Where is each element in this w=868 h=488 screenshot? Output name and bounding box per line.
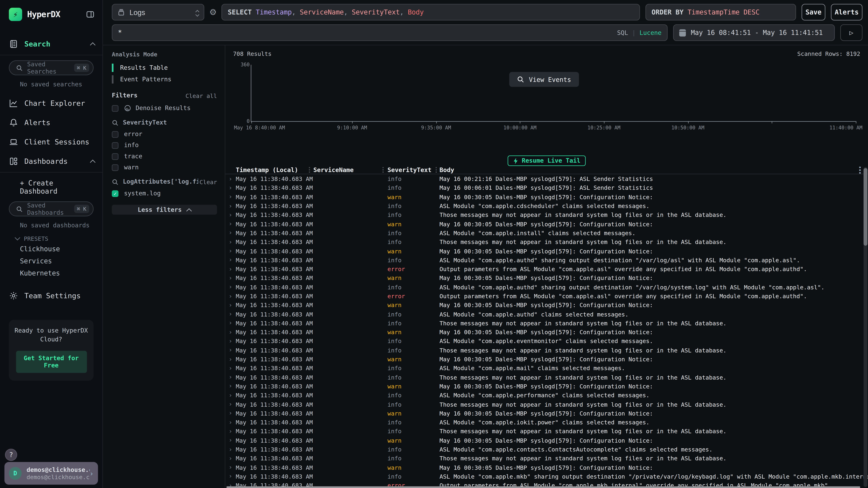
table-row[interactable]: › May 16 11:38:40.683 AM warn May 16 00:… [225, 300, 868, 310]
table-row[interactable]: › May 16 11:38:40.683 AM warn May 16 00:… [225, 463, 868, 472]
checkbox[interactable] [112, 164, 119, 171]
sidebar-item-team-settings[interactable]: Team Settings [0, 286, 102, 305]
expand-chevron-icon[interactable]: › [228, 238, 232, 246]
lucene-toggle[interactable]: Lucene [640, 29, 661, 36]
table-row[interactable]: › May 16 11:38:40.683 AM info ASL Module… [225, 364, 868, 373]
preset-item[interactable]: Services [0, 255, 102, 267]
table-row[interactable]: › May 16 11:38:40.683 AM info ASL Module… [225, 310, 868, 319]
clear-all-button[interactable]: Clear all [186, 92, 217, 99]
expand-chevron-icon[interactable]: › [228, 410, 232, 417]
table-row[interactable]: › May 16 11:38:40.683 AM info Those mess… [225, 210, 868, 220]
severity-filter-option[interactable]: error [112, 130, 217, 138]
column-header-severitytext[interactable]: SeverityText [388, 166, 431, 173]
save-button[interactable]: Save [802, 4, 826, 21]
expand-chevron-icon[interactable]: › [228, 229, 232, 236]
expand-chevron-icon[interactable]: › [228, 392, 232, 399]
search-icon[interactable] [112, 178, 119, 185]
sidebar-item-dashboards[interactable]: Dashboards [0, 152, 102, 171]
column-separator[interactable] [436, 167, 437, 173]
severity-filter-option[interactable]: warn [112, 164, 217, 171]
column-separator[interactable] [309, 167, 310, 173]
expand-chevron-icon[interactable]: › [228, 347, 232, 354]
user-menu[interactable]: D demos@clickhouse.com demos@clickhouse.… [4, 462, 98, 485]
table-row[interactable]: › May 16 11:38:40.683 AM info ASL Module… [225, 255, 868, 264]
table-row[interactable]: › May 16 11:38:40.683 AM info ASL Module… [225, 445, 868, 454]
collapse-sidebar-icon[interactable] [86, 10, 95, 19]
vertical-scrollbar[interactable] [864, 167, 867, 487]
help-button[interactable]: ? [5, 449, 17, 461]
expand-chevron-icon[interactable]: › [228, 446, 232, 453]
column-header-timestamp[interactable]: Timestamp (Local) [236, 166, 298, 173]
expand-chevron-icon[interactable]: › [228, 283, 232, 291]
saved-searches-input[interactable]: Saved Searches ⌘ K [9, 60, 93, 75]
language-toggle[interactable]: SQL | Lucene [617, 29, 661, 36]
resume-live-tail-button[interactable]: Resume Live Tail [507, 156, 586, 166]
create-dashboard-button[interactable]: + Create Dashboard [0, 174, 102, 200]
table-row[interactable]: › May 16 11:38:40.683 AM info Those mess… [225, 427, 868, 436]
expand-chevron-icon[interactable]: › [228, 202, 232, 209]
preset-item[interactable]: Clickhouse [0, 243, 102, 255]
table-row[interactable]: › May 16 11:38:40.683 AM warn May 16 00:… [225, 327, 868, 336]
table-row[interactable]: › May 16 11:38:40.683 AM info May 16 00:… [225, 183, 868, 192]
saved-dashboards-input[interactable]: Saved Dashboards ⌘ K [9, 201, 93, 216]
table-row[interactable]: › May 16 11:38:40.683 AM info Those mess… [225, 237, 868, 246]
denoise-results-row[interactable]: Denoise Results [112, 105, 217, 112]
table-row[interactable]: › May 16 11:38:40.683 AM info ASL Module… [225, 472, 868, 481]
expand-chevron-icon[interactable]: › [228, 220, 232, 228]
table-row[interactable]: › May 16 11:38:40.683 AM info ASL Module… [225, 201, 868, 210]
expand-chevron-icon[interactable]: › [228, 311, 232, 318]
table-row[interactable]: › May 16 11:38:40.683 AM info Those mess… [225, 400, 868, 409]
source-selector[interactable]: Logs [112, 4, 204, 21]
checkbox[interactable] [112, 153, 119, 160]
sidebar-item-alerts[interactable]: Alerts [0, 113, 102, 132]
expand-chevron-icon[interactable]: › [228, 373, 232, 381]
scrollbar-thumb[interactable] [864, 168, 867, 246]
table-row[interactable]: › May 16 11:38:40.683 AM info May 16 00:… [225, 174, 868, 183]
expand-chevron-icon[interactable]: › [228, 184, 232, 191]
table-row[interactable]: › May 16 11:38:40.683 AM info Those mess… [225, 346, 868, 355]
view-events-button[interactable]: View Events [509, 72, 579, 87]
get-started-button[interactable]: Get Started for Free [16, 351, 87, 373]
expand-chevron-icon[interactable]: › [228, 428, 232, 435]
analysis-mode-option[interactable]: Results Table [112, 63, 217, 72]
column-header-body[interactable]: Body [440, 166, 454, 173]
run-query-button[interactable]: ▷ [840, 24, 862, 41]
severity-filter-option[interactable]: trace [112, 153, 217, 160]
expand-chevron-icon[interactable]: › [228, 256, 232, 263]
clear-filter-button[interactable]: Clear [199, 178, 217, 185]
sidebar-item-search[interactable]: Search [0, 34, 102, 54]
severity-filter-option[interactable]: info [112, 142, 217, 149]
checkbox[interactable]: ✓ [112, 190, 119, 197]
column-separator[interactable] [382, 167, 383, 173]
expand-chevron-icon[interactable]: › [228, 292, 232, 300]
expand-chevron-icon[interactable]: › [228, 364, 232, 372]
table-row[interactable]: › May 16 11:38:40.683 AM warn May 16 00:… [225, 192, 868, 201]
expand-chevron-icon[interactable]: › [228, 383, 232, 390]
expand-chevron-icon[interactable]: › [228, 464, 232, 471]
expand-chevron-icon[interactable]: › [228, 265, 232, 272]
logattr-filter-option[interactable]: ✓ system.log [112, 190, 217, 197]
expand-chevron-icon[interactable]: › [228, 320, 232, 327]
table-row[interactable]: › May 16 11:38:40.683 AM warn May 16 00:… [225, 382, 868, 391]
table-row[interactable]: › May 16 11:38:40.683 AM warn May 16 00:… [225, 273, 868, 283]
expand-chevron-icon[interactable]: › [228, 274, 232, 282]
table-row[interactable]: › May 16 11:38:40.683 AM warn May 16 00:… [225, 220, 868, 228]
sql-toggle[interactable]: SQL [617, 29, 628, 36]
table-options-kebab-icon[interactable] [859, 166, 861, 174]
table-row[interactable]: › May 16 11:38:40.683 AM info ASL Module… [225, 228, 868, 237]
checkbox[interactable] [112, 142, 119, 149]
analysis-mode-option[interactable]: Event Patterns [112, 75, 217, 84]
expand-chevron-icon[interactable]: › [228, 455, 232, 462]
select-columns-input[interactable]: SELECT Timestamp, ServiceName, SeverityT… [222, 4, 640, 21]
column-header-servicename[interactable]: ServiceName [313, 166, 354, 173]
table-row[interactable]: › May 16 11:38:40.683 AM warn May 16 00:… [225, 409, 868, 418]
expand-chevron-icon[interactable]: › [228, 175, 232, 182]
expand-chevron-icon[interactable]: › [228, 401, 232, 408]
expand-chevron-icon[interactable]: › [228, 419, 232, 426]
alerts-button[interactable]: Alerts [831, 4, 862, 21]
time-range-picker[interactable]: May 16 08:41:51 - May 16 11:41:51 [673, 24, 835, 41]
table-row[interactable]: › May 16 11:38:40.683 AM warn May 16 00:… [225, 246, 868, 255]
horizontal-scrollbar[interactable] [226, 486, 860, 488]
table-row[interactable]: › May 16 11:38:40.683 AM info ASL Module… [225, 336, 868, 346]
expand-chevron-icon[interactable]: › [228, 356, 232, 363]
